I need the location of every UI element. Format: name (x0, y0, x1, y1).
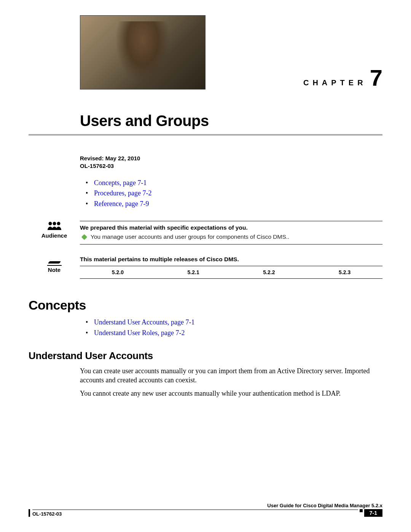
svg-point-2 (57, 222, 60, 225)
version-cell: 5.2.0 (80, 266, 156, 278)
svg-point-0 (48, 222, 52, 225)
footer-ol: OL-15762-03 (32, 510, 358, 517)
version-cell: 5.2.1 (156, 266, 231, 278)
ua-heading: Understand User Accounts (29, 350, 382, 362)
version-cell: 5.2.2 (231, 266, 307, 278)
audience-headline: We prepared this material with specific … (80, 224, 382, 231)
footer-square-icon (360, 509, 363, 512)
ua-paragraph-1: You can create user accounts manually or… (80, 366, 382, 385)
link-reference[interactable]: Reference, page 7-9 (86, 199, 382, 209)
title-rule (29, 134, 382, 136)
audience-label: Audience (29, 232, 80, 239)
link-understand-user-accounts[interactable]: Understand User Accounts, page 7-1 (86, 317, 382, 328)
top-links: Concepts, page 7-1 Procedures, page 7-2 … (86, 178, 382, 210)
concepts-heading: Concepts (29, 298, 382, 313)
chapter-word: CHAPTER (303, 78, 367, 89)
svg-point-1 (53, 222, 56, 225)
footer-bar-icon (29, 509, 30, 517)
link-procedures[interactable]: Procedures, page 7-2 (86, 188, 382, 199)
concepts-links: Understand User Accounts, page 7-1 Under… (86, 317, 382, 339)
footer-page-number: 7-1 (364, 509, 382, 517)
note-headline: This material pertains to multiple relea… (80, 256, 382, 263)
version-cell: 5.2.3 (307, 266, 382, 278)
footer-guide: User Guide for Cisco Digital Media Manag… (29, 503, 382, 508)
link-concepts[interactable]: Concepts, page 7-1 (86, 178, 382, 189)
revised-date: Revised: May 22, 2010 (80, 155, 382, 162)
audience-icon (46, 221, 62, 231)
doc-ol: OL-15762-03 (80, 162, 382, 170)
chapter-number: 7 (370, 67, 382, 89)
chapter-label: CHAPTER 7 (303, 67, 382, 89)
ua-paragraph-2: You cannot create any new user accounts … (80, 389, 382, 398)
page-title: Users and Groups (80, 112, 382, 129)
note-icon (47, 256, 62, 266)
link-understand-user-roles[interactable]: Understand User Roles, page 7-2 (86, 328, 382, 339)
note-label: Note (29, 267, 80, 273)
version-table: 5.2.0 5.2.1 5.2.2 5.2.3 (80, 266, 382, 279)
chapter-photo (80, 15, 206, 89)
audience-bullet: You manage user accounts and user groups… (80, 233, 382, 240)
